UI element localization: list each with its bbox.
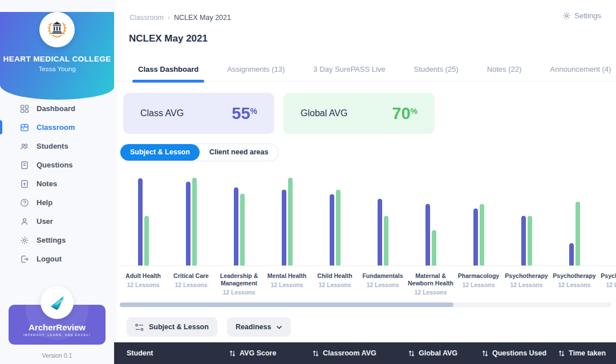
bar-global-avg (288, 178, 293, 265)
chart-category-critical-care: Critical Care12 Lessons (167, 177, 215, 296)
bar-class-avg (138, 178, 143, 265)
bar-global-avg (144, 216, 149, 265)
chart-category-fundamentals: Fundamentals12 Lessons (359, 177, 407, 296)
column-header-global-avg[interactable]: Global AVG (408, 342, 457, 364)
chart-scrollbar-track[interactable] (120, 302, 611, 307)
column-header-classroom-avg[interactable]: Classroom AVG (313, 342, 376, 364)
global-avg-value: 70% (392, 104, 418, 123)
category-label: Psychotherapy (550, 272, 598, 280)
list-settings-icon (135, 324, 144, 331)
column-header-student[interactable]: Student (127, 342, 153, 364)
category-label: Psychotherapy (598, 272, 616, 280)
subject-lesson-button-label: Subject & Lesson (149, 323, 209, 331)
college-user-name: Tessa Young (0, 66, 114, 72)
bar-global-avg (240, 194, 245, 265)
category-lessons: 12 Lessons (550, 281, 598, 288)
logout-icon (20, 255, 29, 264)
global-avg-label: Global AVG (301, 108, 347, 118)
gear-icon (562, 11, 571, 20)
sidebar-item-classroom[interactable]: Classroom (0, 118, 114, 137)
footer-controls: Subject & Lesson Readiness (127, 317, 291, 337)
sidebar-item-logout[interactable]: Logout (0, 250, 114, 268)
bar-global-avg (576, 202, 580, 265)
chart-category-psychotherapy: Psychotherapy12 Lessons (550, 177, 598, 296)
settings-button[interactable]: Settings (562, 11, 601, 20)
sort-icon (558, 350, 565, 357)
class-avg-card: Class AVG 55% (123, 93, 274, 134)
breadcrumb: Classroom › NCLEX May 2021 (129, 14, 231, 22)
category-lessons: 12 Lessons (455, 281, 502, 288)
sort-icon (408, 350, 415, 357)
settings-label: Settings (574, 11, 601, 20)
category-lessons: 12 Lessons (359, 281, 407, 288)
category-label: Child Health (311, 272, 359, 280)
sidebar-header: HEART MEDICAL COLLEGE Tessa Young (0, 12, 114, 100)
version-label: Version 0.1 (0, 352, 114, 359)
breadcrumb-parent[interactable]: Classroom (129, 14, 164, 22)
category-label: Mental Health (263, 272, 311, 280)
sidebar-item-dashboard[interactable]: Dashboard (0, 99, 114, 118)
college-logo (39, 12, 75, 47)
category-label: Leadership & Management (215, 272, 263, 287)
tab-3-day-surepass-live[interactable]: 3 Day SurePASS Live (313, 60, 385, 81)
chart-category-mental-health: Mental Health12 Lessons (263, 177, 311, 296)
view-toggle: Subject & LessonClient need areas (120, 144, 278, 161)
category-lessons: 12 Lessons (407, 289, 455, 296)
page-title: NCLEX May 2021 (129, 33, 208, 44)
readiness-dropdown[interactable]: Readiness (227, 317, 291, 337)
bar-class-avg (378, 199, 382, 265)
classroom-icon (20, 123, 29, 132)
sidebar-item-user[interactable]: User (0, 212, 114, 231)
chart-groups: Adult Health12 LessonsCritical Care12 Le… (114, 177, 616, 296)
tab-announcement-4[interactable]: Announcement (4) (550, 60, 611, 81)
chart-category-adult-health: Adult Health12 Lessons (119, 177, 167, 296)
column-header-avg-score[interactable]: AVG Score (229, 342, 276, 364)
sidebar: HEART MEDICAL COLLEGE Tessa Young Dashbo… (0, 0, 114, 364)
gear-icon (20, 236, 29, 245)
category-lessons: 12 Lessons (598, 281, 616, 288)
bar-global-avg (432, 230, 436, 265)
sidebar-item-students[interactable]: Students (0, 137, 114, 156)
bar-class-avg (569, 243, 574, 265)
tab-notes-22[interactable]: Notes (22) (487, 60, 522, 81)
bar-class-avg (425, 204, 430, 265)
sidebar-item-questions[interactable]: Questions (0, 156, 114, 174)
chart-baseline (120, 265, 616, 266)
bar-class-avg (282, 190, 286, 265)
sidebar-item-settings[interactable]: Settings (0, 231, 114, 250)
tab-class-dashboard[interactable]: Class Dashboard (138, 60, 198, 81)
category-label: Critical Care (167, 272, 215, 280)
tab-assignments-13[interactable]: Assignments (13) (227, 60, 285, 81)
category-lessons: 12 Lessons (119, 281, 167, 288)
brand-tagline: INTERACT, LEARN, AND EXCEL! (9, 333, 106, 337)
students-icon (20, 142, 29, 151)
questions-icon (20, 161, 29, 170)
subject-bar-chart: Adult Health12 LessonsCritical Care12 Le… (114, 177, 616, 299)
bar-global-avg (336, 190, 341, 265)
toggle-subject-lesson[interactable]: Subject & Lesson (120, 144, 200, 161)
category-label: Fundamentals (359, 272, 407, 280)
category-lessons: 12 Lessons (502, 281, 550, 288)
category-lessons: 12 Lessons (215, 289, 263, 296)
tab-students-25[interactable]: Students (25) (414, 60, 459, 81)
sidebar-menu: DashboardClassroomStudentsQuestionsNotes… (0, 99, 114, 268)
sidebar-item-help[interactable]: Help (0, 193, 114, 212)
column-header-time-taken[interactable]: Time taken (558, 342, 606, 364)
sidebar-item-notes[interactable]: Notes (0, 174, 114, 193)
chart-scrollbar-thumb[interactable] (120, 302, 453, 307)
column-header-questions-used[interactable]: Questions Used (482, 342, 546, 364)
chart-category-psychotherapy: Psychotherapy12 Lessons (502, 177, 550, 296)
breadcrumb-current: NCLEX May 2021 (174, 14, 231, 22)
stats-row: Class AVG 55% Global AVG 70% (123, 93, 435, 134)
subject-lesson-button[interactable]: Subject & Lesson (127, 317, 217, 337)
toggle-client-need-areas[interactable]: Client need areas (200, 144, 278, 161)
category-lessons: 12 Lessons (167, 281, 215, 288)
category-lessons: 12 Lessons (263, 281, 311, 288)
brand-area: ArcherReview INTERACT, LEARN, AND EXCEL!… (0, 285, 114, 364)
class-avg-value: 55% (232, 104, 257, 123)
tab-bar: Class DashboardAssignments (13)3 Day Sur… (114, 60, 616, 81)
archer-logo (40, 286, 74, 319)
category-label: Pharmacology (455, 272, 502, 280)
bar-class-avg (473, 208, 478, 265)
sort-icon (229, 350, 236, 357)
